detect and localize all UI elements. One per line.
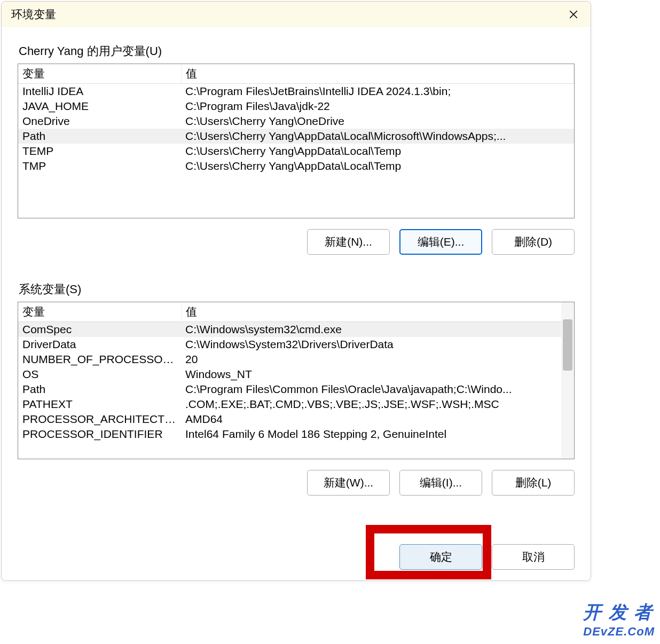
- var-cell: Path: [18, 129, 181, 144]
- val-cell: C:\Program Files\JetBrains\IntelliJ IDEA…: [181, 84, 574, 99]
- user-edit-button[interactable]: 编辑(E)...: [399, 229, 482, 255]
- table-row[interactable]: OSWindows_NT: [18, 367, 574, 382]
- system-btn-row: 新建(W)... 编辑(I)... 删除(L): [18, 470, 575, 496]
- var-cell: TMP: [18, 159, 181, 174]
- system-vars-label: 系统变量(S): [18, 281, 575, 297]
- var-cell: ComSpec: [18, 322, 181, 337]
- var-cell: PATHEXT: [18, 397, 181, 412]
- val-cell: C:\Users\Cherry Yang\AppData\Local\Micro…: [181, 129, 574, 144]
- val-cell: AMD64: [181, 412, 574, 427]
- user-vars-table: 变量 值 IntelliJ IDEAC:\Program Files\JetBr…: [18, 64, 574, 174]
- system-vars-table-wrap[interactable]: 变量 值 ComSpecC:\Windows\system32\cmd.exeD…: [18, 302, 575, 459]
- table-row[interactable]: NUMBER_OF_PROCESSORS20: [18, 352, 574, 367]
- user-col-var[interactable]: 变量: [18, 64, 181, 84]
- val-cell: .COM;.EXE;.BAT;.CMD;.VBS;.VBE;.JS;.JSE;.…: [181, 397, 574, 412]
- table-row[interactable]: PROCESSOR_ARCHITECTU...AMD64: [18, 412, 574, 427]
- close-icon: [569, 10, 578, 19]
- user-delete-button[interactable]: 删除(D): [492, 229, 575, 255]
- system-edit-button[interactable]: 编辑(I)...: [399, 470, 482, 496]
- var-cell: IntelliJ IDEA: [18, 84, 181, 99]
- user-vars-label: Cherry Yang 的用户变量(U): [18, 43, 575, 59]
- var-cell: Path: [18, 382, 181, 397]
- val-cell: C:\Program Files\Java\jdk-22: [181, 99, 574, 114]
- table-row[interactable]: PROCESSOR_IDENTIFIERIntel64 Family 6 Mod…: [18, 427, 574, 442]
- scrollbar-thumb[interactable]: [563, 319, 572, 371]
- val-cell: C:\Program Files\Common Files\Oracle\Jav…: [181, 382, 574, 397]
- val-cell: C:\Users\Cherry Yang\AppData\Local\Temp: [181, 159, 574, 174]
- var-cell: PROCESSOR_ARCHITECTU...: [18, 412, 181, 427]
- dialog-bottom-row: 确定 取消: [399, 544, 575, 570]
- system-vars-group: 系统变量(S) 变量 值 ComSpecC:\Windows\system32\…: [18, 281, 575, 496]
- table-row[interactable]: PATHEXT.COM;.EXE;.BAT;.CMD;.VBS;.VBE;.JS…: [18, 397, 574, 412]
- dialog-title: 环境变量: [11, 7, 56, 22]
- table-row[interactable]: ComSpecC:\Windows\system32\cmd.exe: [18, 322, 574, 337]
- val-cell: 20: [181, 352, 574, 367]
- val-cell: C:\Users\Cherry Yang\OneDrive: [181, 114, 574, 129]
- val-cell: Intel64 Family 6 Model 186 Stepping 2, G…: [181, 427, 574, 442]
- var-cell: DriverData: [18, 337, 181, 352]
- sys-col-var[interactable]: 变量: [18, 302, 181, 322]
- close-button[interactable]: [563, 4, 584, 25]
- dialog-content: Cherry Yang 的用户变量(U) 变量 值 IntelliJ IDEAC…: [2, 27, 591, 533]
- cancel-button[interactable]: 取消: [492, 544, 575, 570]
- titlebar: 环境变量: [2, 2, 591, 27]
- val-cell: C:\Users\Cherry Yang\AppData\Local\Temp: [181, 144, 574, 159]
- user-vars-group: Cherry Yang 的用户变量(U) 变量 值 IntelliJ IDEAC…: [18, 43, 575, 255]
- table-row[interactable]: IntelliJ IDEAC:\Program Files\JetBrains\…: [18, 84, 574, 99]
- user-vars-table-wrap[interactable]: 变量 值 IntelliJ IDEAC:\Program Files\JetBr…: [18, 64, 575, 218]
- user-col-val[interactable]: 值: [181, 64, 574, 84]
- val-cell: C:\Windows\System32\Drivers\DriverData: [181, 337, 574, 352]
- var-cell: NUMBER_OF_PROCESSORS: [18, 352, 181, 367]
- scrollbar[interactable]: [561, 302, 574, 459]
- val-cell: C:\Windows\system32\cmd.exe: [181, 322, 574, 337]
- table-row[interactable]: DriverDataC:\Windows\System32\Drivers\Dr…: [18, 337, 574, 352]
- table-row[interactable]: JAVA_HOMEC:\Program Files\Java\jdk-22: [18, 99, 574, 114]
- table-row[interactable]: PathC:\Program Files\Common Files\Oracle…: [18, 382, 574, 397]
- ok-button[interactable]: 确定: [399, 544, 482, 570]
- sys-col-val[interactable]: 值: [181, 302, 574, 322]
- var-cell: OneDrive: [18, 114, 181, 129]
- env-vars-dialog: 环境变量 Cherry Yang 的用户变量(U) 变量 值 IntelliJ …: [1, 1, 591, 581]
- var-cell: PROCESSOR_IDENTIFIER: [18, 427, 181, 442]
- user-btn-row: 新建(N)... 编辑(E)... 删除(D): [18, 229, 575, 255]
- table-row[interactable]: OneDriveC:\Users\Cherry Yang\OneDrive: [18, 114, 574, 129]
- watermark: 开 发 者 DEvZE.CoM: [583, 600, 655, 639]
- var-cell: JAVA_HOME: [18, 99, 181, 114]
- var-cell: TEMP: [18, 144, 181, 159]
- table-row[interactable]: TMPC:\Users\Cherry Yang\AppData\Local\Te…: [18, 159, 574, 174]
- table-row[interactable]: TEMPC:\Users\Cherry Yang\AppData\Local\T…: [18, 144, 574, 159]
- system-vars-table: 变量 值 ComSpecC:\Windows\system32\cmd.exeD…: [18, 302, 574, 442]
- var-cell: OS: [18, 367, 181, 382]
- val-cell: Windows_NT: [181, 367, 574, 382]
- system-delete-button[interactable]: 删除(L): [492, 470, 575, 496]
- system-new-button[interactable]: 新建(W)...: [307, 470, 390, 496]
- table-row[interactable]: PathC:\Users\Cherry Yang\AppData\Local\M…: [18, 129, 574, 144]
- user-new-button[interactable]: 新建(N)...: [307, 229, 390, 255]
